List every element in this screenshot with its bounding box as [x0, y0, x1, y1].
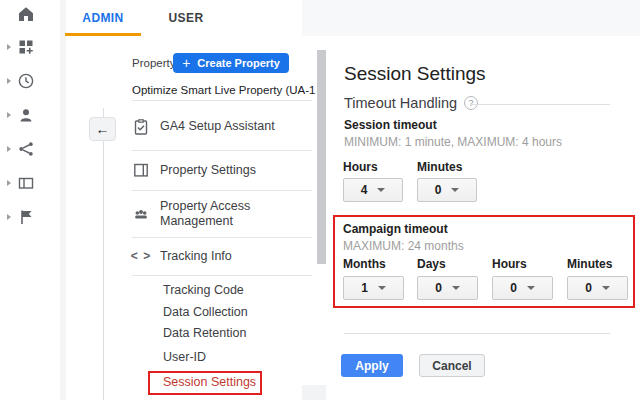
property-selector[interactable]: Optimize Smart Live Property (UA-1…: [132, 84, 316, 96]
campaign-minutes-dropdown[interactable]: 0: [567, 276, 628, 300]
clipboard-check-icon: [132, 118, 150, 136]
expand-caret-icon: [7, 78, 11, 84]
chevron-down-icon: [527, 286, 535, 290]
dropdown-value: 0: [510, 281, 517, 295]
campaign-months-dropdown[interactable]: 1: [343, 276, 404, 300]
menu-connector-line: [103, 108, 104, 400]
section-divider: [470, 104, 610, 105]
submenu-item-tracking-code[interactable]: Tracking Code: [163, 283, 244, 297]
sidebar-item-home[interactable]: [0, 2, 54, 26]
campaign-months-label: Months: [343, 257, 386, 271]
menu-item-tracking-info[interactable]: < > Tracking Info: [132, 237, 312, 275]
menu-item-ga4-setup-assistant[interactable]: GA4 Setup Assistant: [132, 103, 312, 150]
menu-item-label: Tracking Info: [160, 249, 232, 264]
session-timeout-hint: MINIMUM: 1 minute, MAXIMUM: 4 hours: [344, 135, 562, 149]
dropdown-value: 0: [435, 281, 442, 295]
divider: [132, 275, 312, 276]
active-tab-underline: [65, 33, 141, 36]
campaign-minutes-label: Minutes: [567, 257, 612, 271]
plus-icon: +: [182, 56, 190, 70]
panel-columns-icon: [132, 161, 150, 179]
section-title: Timeout Handling: [344, 95, 457, 111]
page-title: Session Settings: [344, 63, 486, 85]
back-button[interactable]: ←: [89, 117, 116, 141]
expand-caret-icon: [7, 146, 11, 152]
campaign-hours-dropdown[interactable]: 0: [492, 276, 553, 300]
divider: [132, 100, 312, 101]
help-icon[interactable]: ?: [464, 96, 478, 110]
home-icon: [17, 5, 35, 23]
main-header-strip: [302, 0, 640, 36]
scrollbar-corner: [302, 385, 326, 400]
tab-user[interactable]: USER: [155, 0, 217, 36]
sidebar-item-reports[interactable]: [0, 69, 54, 93]
apply-button[interactable]: Apply: [341, 354, 403, 377]
create-property-label: Create Property: [197, 57, 280, 69]
flow-icon: [17, 140, 35, 158]
sidebar-item-audience[interactable]: [0, 103, 54, 127]
sidebar-item-attribution[interactable]: [0, 205, 54, 229]
campaign-timeout-hint: MAXIMUM: 24 months: [343, 239, 464, 253]
chevron-down-icon: [451, 188, 459, 192]
sidebar-item-discover[interactable]: [0, 171, 54, 195]
session-minutes-dropdown[interactable]: 0: [417, 178, 477, 202]
menu-item-property-access-management[interactable]: Property Access Management: [132, 190, 312, 237]
menu-item-label: GA4 Setup Assistant: [160, 119, 275, 134]
dropdown-value: 1: [361, 281, 368, 295]
campaign-hours-label: Hours: [492, 257, 527, 271]
submenu-item-session-settings[interactable]: Session Settings: [163, 375, 256, 389]
menu-item-label: Property Settings: [160, 163, 256, 178]
dropdown-value: 4: [361, 183, 368, 197]
session-hours-dropdown[interactable]: 4: [343, 178, 403, 202]
expand-caret-icon: [7, 214, 11, 220]
audience-person-icon: [17, 106, 35, 124]
create-property-button[interactable]: + Create Property: [173, 53, 289, 73]
section-header: Timeout Handling ?: [344, 95, 478, 111]
dropdown-value: 0: [435, 183, 442, 197]
cancel-button[interactable]: Cancel: [419, 354, 485, 377]
sidebar-item-customization[interactable]: [0, 35, 54, 59]
session-hours-label: Hours: [343, 160, 378, 174]
attribution-flag-icon: [17, 208, 35, 226]
code-icon: < >: [132, 247, 150, 265]
dropdown-value: 0: [585, 281, 592, 295]
menu-item-label: Property Access Management: [160, 199, 286, 229]
submenu-item-user-id[interactable]: User-ID: [163, 350, 206, 364]
chevron-down-icon: [452, 286, 460, 290]
submenu-item-data-retention[interactable]: Data Retention: [163, 326, 246, 340]
people-icon: [132, 205, 150, 223]
sidebar-item-flow[interactable]: [0, 137, 54, 161]
customization-icon: [17, 38, 35, 56]
expand-caret-icon: [7, 44, 11, 50]
scrollbar-thumb[interactable]: [317, 50, 326, 264]
expand-caret-icon: [7, 112, 11, 118]
campaign-timeout-label: Campaign timeout: [343, 222, 448, 236]
footer-divider: [344, 333, 610, 334]
chevron-down-icon: [377, 188, 385, 192]
discover-table-icon: [17, 174, 35, 192]
menu-item-property-settings[interactable]: Property Settings: [132, 150, 312, 190]
submenu-item-data-collection[interactable]: Data Collection: [163, 305, 248, 319]
property-column-label: Property: [132, 57, 175, 69]
reports-clock-icon: [17, 72, 35, 90]
expand-caret-icon: [7, 180, 11, 186]
chevron-down-icon: [602, 286, 610, 290]
campaign-days-dropdown[interactable]: 0: [417, 276, 478, 300]
tab-admin[interactable]: ADMIN: [65, 0, 141, 36]
left-icon-rail: [0, 0, 66, 400]
campaign-days-label: Days: [417, 257, 446, 271]
session-minutes-label: Minutes: [417, 160, 462, 174]
session-timeout-label: Session timeout: [344, 118, 437, 132]
chevron-down-icon: [378, 286, 386, 290]
ga-admin-window: ADMIN USER Property + Create Property Op…: [0, 0, 640, 400]
